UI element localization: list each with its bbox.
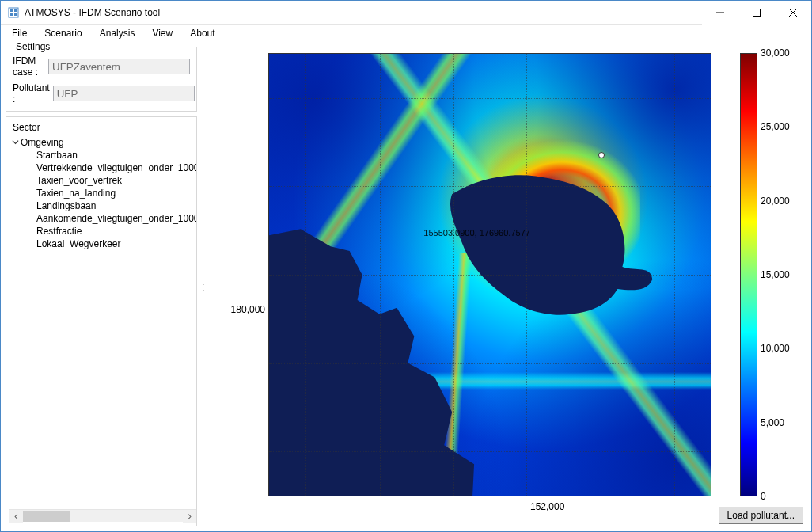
tree-item[interactable]: Vertrekkende_vliegtuigen_onder_1000m (36, 162, 196, 174)
window-controls (702, 1, 811, 24)
svg-rect-2 (14, 10, 17, 12)
grid-line (269, 451, 711, 452)
tree-item[interactable]: Taxien_voor_vertrek (36, 174, 196, 187)
sector-tree[interactable]: Omgeving Startbaan Vertrekkende_vliegtui… (9, 136, 196, 507)
cb-tick: 0 (761, 491, 766, 502)
menu-view[interactable]: View (144, 26, 180, 40)
grid-line (269, 98, 711, 99)
x-tick: 152,000 (530, 501, 564, 512)
titlebar: ATMOSYS - IFDM Scenario tool (1, 1, 811, 25)
setting-row-case: IFDM case : (13, 55, 190, 78)
colorbar (740, 53, 757, 496)
pollutant-label: Pollutant : (13, 82, 50, 104)
cb-tick: 15,000 (761, 269, 790, 280)
left-panel: Settings IFDM case : Pollutant : Sector (6, 47, 197, 526)
tree-hscrollbar[interactable] (9, 509, 196, 522)
tree-item[interactable]: Startbaan (36, 149, 196, 162)
content-area: Settings IFDM case : Pollutant : Sector (1, 42, 811, 531)
heatmap-plot[interactable]: 155503.0900, 176960.7577 (268, 53, 711, 496)
scroll-left-button[interactable] (9, 510, 23, 523)
marker-point[interactable] (598, 152, 605, 158)
svg-rect-1 (10, 10, 13, 12)
coord-readout: 155503.0900, 176960.7577 (423, 228, 530, 238)
minimize-button[interactable] (702, 1, 738, 25)
menu-analysis[interactable]: Analysis (92, 26, 143, 40)
sector-tree-group: Sector Omgeving Startbaan Vertrekkende_v… (6, 116, 197, 526)
cb-tick: 30,000 (761, 48, 790, 59)
cb-tick: 5,000 (761, 417, 784, 428)
grip-icon: ⋮ (199, 283, 206, 291)
tree-item[interactable]: Aankomende_vliegtuigen_onder_1000m (36, 212, 196, 225)
chevron-down-icon[interactable] (9, 138, 21, 147)
tree-children: Startbaan Vertrekkende_vliegtuigen_onder… (9, 149, 196, 250)
case-input[interactable] (48, 59, 190, 74)
tree-root-label: Omgeving (21, 137, 64, 148)
menu-about[interactable]: About (182, 26, 222, 40)
setting-row-pollutant: Pollutant : (13, 82, 190, 104)
app-window: ATMOSYS - IFDM Scenario tool File Scenar… (0, 0, 812, 532)
svg-rect-0 (9, 8, 18, 17)
chart-area[interactable]: 155503.0900, 176960.7577 152,000 154,000… (208, 47, 806, 504)
cb-tick: 20,000 (761, 196, 790, 207)
tree-header: Sector (9, 120, 196, 136)
scroll-right-button[interactable] (183, 510, 196, 523)
settings-group: Settings IFDM case : Pollutant : (6, 47, 197, 112)
cb-tick: 25,000 (761, 121, 790, 132)
colorbar-gradient (741, 54, 757, 496)
maximize-button[interactable] (738, 1, 775, 25)
svg-rect-4 (14, 13, 17, 16)
tree-item[interactable]: Lokaal_Wegverkeer (36, 238, 196, 250)
load-pollutant-button[interactable]: Load pollutant... (719, 507, 803, 524)
window-title: ATMOSYS - IFDM Scenario tool (25, 7, 702, 18)
cb-tick: 10,000 (761, 343, 790, 354)
menubar: File Scenario Analysis View About (1, 25, 811, 42)
close-button[interactable] (775, 1, 811, 25)
svg-rect-3 (10, 13, 13, 16)
menu-scenario[interactable]: Scenario (36, 26, 89, 40)
tree-item[interactable]: Landingsbaan (36, 200, 196, 212)
pollutant-input[interactable] (53, 86, 195, 101)
menu-file[interactable]: File (4, 26, 35, 40)
grid-line (269, 275, 711, 276)
splitter[interactable]: ⋮ (200, 47, 205, 526)
case-label: IFDM case : (13, 55, 45, 78)
right-panel: 155503.0900, 176960.7577 152,000 154,000… (208, 47, 806, 526)
tree-item[interactable]: Taxien_na_landing (36, 187, 196, 200)
settings-legend: Settings (13, 41, 53, 52)
tree-node-root[interactable]: Omgeving (9, 136, 196, 149)
grid-line (269, 186, 711, 187)
bottom-bar: Load pollutant... (208, 504, 806, 526)
grid-line (269, 363, 711, 364)
scroll-thumb[interactable] (23, 511, 70, 522)
y-tick: 180,000 (231, 304, 265, 315)
svg-rect-6 (753, 10, 761, 17)
app-icon (7, 6, 20, 19)
tree-item[interactable]: Restfractie (36, 225, 196, 238)
